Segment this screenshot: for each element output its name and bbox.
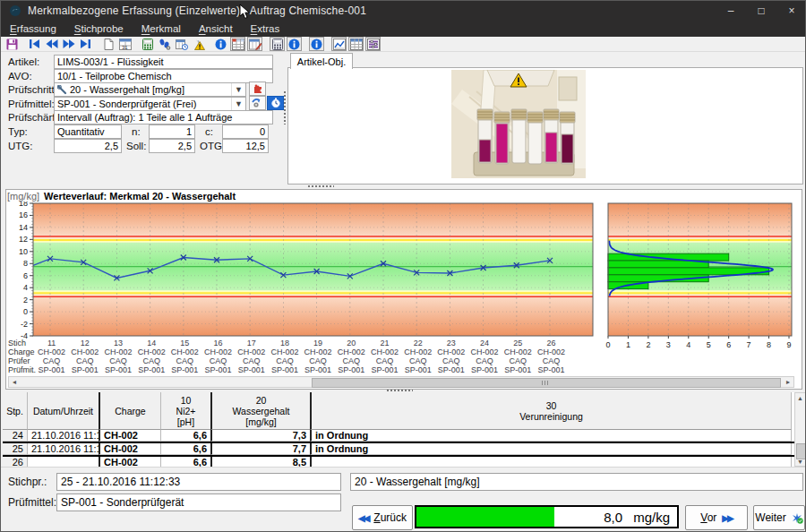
svg-text:18: 18 — [19, 202, 28, 208]
table-row[interactable]: 2521.10.2016 11:12:33CH-0026,67,7in Ordn… — [3, 443, 794, 455]
histogram-chart[interactable]: 0123456789 — [596, 202, 802, 354]
scroll-left-arrow[interactable]: ◂ — [9, 377, 20, 387]
toolbar-table-highlight-button[interactable] — [230, 37, 245, 51]
characteristic-extra-button[interactable] — [249, 82, 266, 96]
toolbar-info-2-button[interactable] — [287, 37, 302, 51]
weiter-button[interactable]: Weiter — [753, 505, 805, 530]
column-header[interactable]: 10Ni2+[pH] — [161, 392, 211, 430]
toolbar-nav-prev-button[interactable] — [44, 37, 59, 51]
table-cell[interactable]: 25 — [3, 443, 28, 455]
table-cell[interactable]: CH-002 — [99, 430, 161, 442]
menu-item-merkmal[interactable]: Merkmal — [133, 22, 190, 35]
toolbar-nav-last-button[interactable] — [78, 37, 93, 51]
table-cell[interactable]: 21.10.2016 11:12:33 — [28, 443, 99, 455]
pruefschritt-combobox[interactable]: 20 - Wassergehalt [mg/kg] ▼ — [54, 82, 246, 97]
table-cell[interactable]: 7,3 — [210, 430, 311, 442]
toolbar-save-button[interactable] — [4, 37, 20, 51]
menu-item-stichprobe[interactable]: Stichprobe — [65, 22, 133, 35]
menu-item-erfassung[interactable]: Erfassung — [1, 22, 65, 35]
toolbar-table-view-button[interactable] — [348, 37, 364, 51]
scrollbar-thumb[interactable] — [312, 378, 781, 388]
stichpr-label: Stichpr.: — [8, 476, 47, 488]
utg-field[interactable]: 2,5 — [54, 139, 122, 153]
article-photo — [451, 70, 586, 178]
sample-axis-labels: StichChargePrüferPrüfmit.11CH-002CAQSP-0… — [8, 339, 592, 375]
column-header[interactable]: 30Verunreinigung — [310, 392, 792, 430]
table-row[interactable]: 2421.10.2016 11:12:32CH-0026,67,3in Ordn… — [3, 430, 794, 442]
toolbar-calculator-2-button[interactable] — [270, 37, 285, 51]
title-bar: Merkmalbezogene Erfassung (Einzelwerte) … — [1, 1, 806, 21]
toolbar-info-button[interactable] — [213, 37, 228, 51]
close-button[interactable]: × — [776, 1, 806, 21]
table-cell[interactable]: 21.10.2016 11:12:32 — [28, 430, 99, 442]
pruefschaerfe-field[interactable]: Intervall (Auftrag): 1 Teile alle 1 Auft… — [54, 110, 273, 124]
toolbar-warning-star-button[interactable] — [191, 37, 206, 51]
scroll-up-arrow[interactable]: ▲ — [795, 393, 805, 402]
chevron-down-icon[interactable]: ▼ — [231, 83, 245, 96]
column-header[interactable]: 20Wassergehalt[mg/kg] — [210, 392, 311, 430]
stichprobe-field[interactable]: 25 - 21.10.2016 11:12:33 — [56, 473, 341, 491]
typ-field[interactable]: Quantitativ — [54, 124, 122, 139]
sample-column-label: 17CH-002CAQSP-001 — [235, 339, 268, 375]
measurement-value-input[interactable]: 8,0 mg/kg — [415, 505, 679, 528]
artikel-field[interactable]: LIMS-003/1 - Flüssigkeit — [54, 55, 273, 69]
menu-item-ansicht[interactable]: Ansicht — [190, 22, 242, 35]
panel-splitter-handle[interactable] — [283, 90, 287, 124]
chart-unit-label: [mg/kg] — [7, 191, 39, 202]
svg-text:16: 16 — [19, 210, 28, 219]
merkmal-field[interactable]: 20 - Wassergehalt [mg/kg] — [350, 473, 803, 491]
column-header[interactable]: Datum/Uhrzeit — [28, 392, 99, 430]
toolbar-nav-next-button[interactable] — [61, 37, 76, 51]
table-cell[interactable]: 6,6 — [161, 430, 211, 442]
toolbar-footprints-settings-button[interactable] — [157, 37, 172, 51]
svg-text:6: 6 — [23, 271, 28, 280]
sample-column-label: 25CH-002CAQSP-001 — [502, 339, 535, 375]
toolbar-calendar-edit-button[interactable] — [247, 37, 262, 51]
avo-field[interactable]: 10/1 - Teilprobe Chemisch — [54, 69, 273, 83]
horizontal-splitter-handle[interactable] — [307, 184, 334, 188]
toolbar-chart-line-button[interactable] — [331, 37, 347, 51]
soll-field[interactable]: 2,5 — [149, 139, 195, 153]
c-field[interactable]: 0 — [222, 124, 269, 139]
table-cell[interactable]: in Ordnung — [310, 443, 792, 455]
toolbar-value-list-button[interactable] — [365, 37, 381, 51]
app-icon — [9, 4, 21, 17]
table-cell[interactable]: 24 — [3, 430, 28, 442]
table-cell[interactable]: in Ordnung — [310, 430, 792, 442]
pruefmittel-footer-field[interactable]: SP-001 - Sonderprüfgerät — [56, 493, 341, 511]
table-cell[interactable]: CH-002 — [99, 443, 161, 455]
tab-artikel-obj[interactable]: Artikel-Obj. — [290, 53, 353, 69]
sample-column-label: 22CH-002CAQSP-001 — [401, 339, 434, 375]
sample-column-label: 23CH-002CAQSP-001 — [434, 339, 467, 375]
minimize-button[interactable]: – — [716, 1, 746, 21]
column-header[interactable]: Charge — [99, 392, 161, 430]
toolbar-sample-table-button[interactable]: 31 — [117, 37, 133, 51]
artikel-label: Artikel: — [8, 56, 39, 67]
zurueck-button[interactable]: ◀◀Zurück — [352, 505, 413, 530]
sample-column-label: 21CH-002CAQSP-001 — [368, 339, 401, 375]
gauge-timer-button[interactable] — [267, 96, 284, 110]
confirm-step-icon — [792, 512, 803, 524]
table-vertical-scrollbar[interactable]: ▲ ▼ — [794, 392, 806, 467]
toolbar-calculator-button[interactable] — [140, 37, 155, 51]
gauge-settings-button[interactable] — [249, 96, 266, 110]
n-field[interactable]: 1 — [149, 124, 195, 139]
chevron-down-icon[interactable]: ▼ — [231, 98, 245, 110]
toolbar-calendar-clock-button[interactable] — [174, 37, 189, 51]
toolbar-new-document-button[interactable] — [100, 37, 116, 51]
table-cell[interactable]: 6,6 — [161, 443, 211, 455]
table-cell[interactable]: 7,7 — [210, 443, 311, 455]
toolbar-info-3-button[interactable] — [309, 37, 324, 51]
vor-button[interactable]: Vor▶▶ — [685, 505, 748, 530]
menu-item-extras[interactable]: Extras — [242, 22, 289, 35]
maximize-button[interactable]: □ — [746, 1, 776, 21]
pruefmittel-combobox[interactable]: SP-001 - Sonderprüfgerät (Frei) ▼ — [54, 97, 246, 111]
scroll-right-arrow[interactable]: ▸ — [783, 377, 793, 387]
soll-label: Soll: — [126, 141, 146, 151]
toolbar-nav-first-button[interactable] — [27, 37, 42, 51]
scrollbar-thumb[interactable] — [796, 443, 806, 459]
chart-horizontal-scrollbar[interactable]: ◂ ▸ — [8, 376, 794, 388]
run-chart[interactable]: -4-2024681012141618 — [8, 202, 596, 339]
otg-field[interactable]: 12,5 — [222, 139, 269, 153]
column-header[interactable]: Stp. — [3, 392, 28, 430]
